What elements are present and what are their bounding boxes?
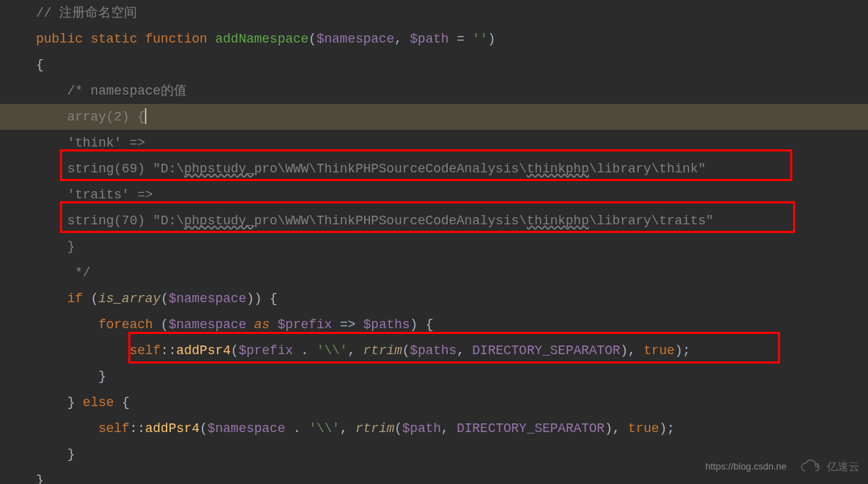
var-paths: $paths <box>363 317 410 332</box>
code-line: } <box>0 234 868 260</box>
var-namespace: $namespace <box>208 421 285 436</box>
brace-close: } <box>67 447 75 462</box>
comment: array(2) { <box>67 110 145 124</box>
var-path: $path <box>402 421 441 436</box>
kw-true: true <box>644 343 675 358</box>
brace-close: } <box>98 369 106 384</box>
comment: 'traits' => <box>67 188 153 202</box>
brace-close: } <box>67 395 75 410</box>
code-line: { <box>0 52 868 78</box>
var-prefix: $prefix <box>278 317 332 332</box>
code-line: foreach ($namespace as $prefix => $paths… <box>0 312 868 338</box>
var-paths: $paths <box>410 343 457 358</box>
fn-is-array: is_array <box>98 291 160 306</box>
watermark-brand: 亿速云 <box>827 454 859 480</box>
kw-self: self <box>98 421 129 436</box>
var-namespace: $namespace <box>169 291 247 306</box>
code-line: */ <box>0 260 868 286</box>
code-line: public static function addNamespace($nam… <box>0 26 868 52</box>
text-cursor <box>145 108 146 124</box>
code-line: // 注册命名空间 <box>0 0 868 26</box>
brace-open: { <box>122 395 130 410</box>
kw-if: if <box>67 291 83 306</box>
const-dirsep: DIRECTORY_SEPARATOR <box>456 421 604 436</box>
var-namespace: $namespace <box>169 317 247 332</box>
var-prefix: $prefix <box>239 343 293 358</box>
code-line: 'traits' => <box>0 182 868 208</box>
code-line: string(70) "D:\phpstudy_pro\WWW\ThinkPHP… <box>0 208 868 234</box>
code-editor: // 注册命名空间 public static function addName… <box>0 0 868 484</box>
kw-true: true <box>628 421 659 436</box>
fn-rtrim: rtrim <box>355 421 394 436</box>
code-line: self::addPsr4($prefix . '\\', rtrim($pat… <box>0 338 868 364</box>
string-empty: '' <box>472 32 488 46</box>
fn-rtrim: rtrim <box>363 343 402 358</box>
cloud-icon <box>800 458 821 475</box>
watermark-url: https://blog.csdn.ne <box>705 454 787 480</box>
fn-addpsr4: addPsr4 <box>145 421 200 436</box>
code-line: 'think' => <box>0 130 868 156</box>
kw-foreach: foreach <box>98 317 153 332</box>
code-line: /* namespace的值 <box>0 78 868 104</box>
func-name: addNamespace <box>215 32 309 46</box>
fn-addpsr4: addPsr4 <box>176 343 231 358</box>
code-line: } <box>0 364 868 390</box>
code-line-active: array(2) { <box>0 104 868 130</box>
kw-static: static <box>91 32 138 46</box>
comment: */ <box>75 265 91 280</box>
comment: } <box>67 239 75 254</box>
comment: 'think' => <box>67 136 145 150</box>
kw-as: as <box>254 317 270 332</box>
brace-close: } <box>36 473 44 484</box>
kw-public: public <box>36 32 83 46</box>
code-line: self::addPsr4($namespace . '\\', rtrim($… <box>0 415 868 441</box>
const-dirsep: DIRECTORY_SEPARATOR <box>472 343 620 358</box>
code-line: if (is_array($namespace)) { <box>0 286 868 312</box>
comment: // 注册命名空间 <box>36 6 137 20</box>
code-line: string(69) "D:\phpstudy_pro\WWW\ThinkPHP… <box>0 156 868 182</box>
watermark: https://blog.csdn.ne 亿速云 <box>705 454 859 480</box>
var-path: $path <box>410 32 449 46</box>
kw-self: self <box>130 343 161 358</box>
comment: string(70) "D:\phpstudy_pro\WWW\ThinkPHP… <box>67 214 714 228</box>
comment: string(69) "D:\phpstudy_pro\WWW\ThinkPHP… <box>67 162 706 176</box>
code-line: } else { <box>0 390 868 415</box>
comment: /* namespace的值 <box>67 84 187 98</box>
kw-else: else <box>83 395 114 410</box>
string-slash: '\\' <box>309 421 340 436</box>
var-namespace: $namespace <box>316 32 394 46</box>
svg-point-0 <box>815 464 818 467</box>
kw-function: function <box>145 32 207 46</box>
string-slash: '\\' <box>316 343 347 358</box>
brace-open: { <box>36 58 44 72</box>
